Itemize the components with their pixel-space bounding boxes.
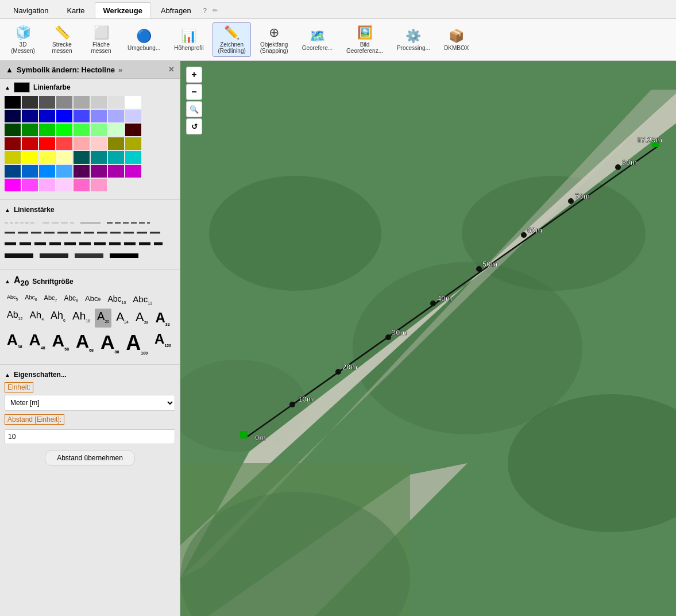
- zoom-in-button[interactable]: +: [186, 67, 202, 83]
- tab-werkzeuge[interactable]: Werkzeuge: [95, 2, 151, 18]
- line-thickness-header[interactable]: ▲ Linienstärke: [5, 206, 175, 214]
- font-size-header[interactable]: ▲ A20 Schriftgröße: [5, 275, 175, 287]
- line-color-header[interactable]: ▲ Linienfarbe: [5, 82, 175, 93]
- objektfang-button[interactable]: ⊕Objektfang(Snapping): [256, 23, 293, 56]
- line-sample-thick3[interactable]: [40, 251, 71, 261]
- color-cell[interactable]: [22, 151, 38, 164]
- distance-input[interactable]: [5, 429, 175, 444]
- color-cell[interactable]: [74, 179, 90, 191]
- line-sample-thick-dash2[interactable]: [5, 239, 165, 248]
- color-cell[interactable]: [5, 151, 21, 164]
- color-cell[interactable]: [91, 165, 107, 178]
- zeichnen-button[interactable]: ✏️Zeichnen(Redlining): [213, 22, 250, 57]
- umgebung-button[interactable]: 🔵Umgebung...: [123, 26, 165, 53]
- font-size-item[interactable]: Ah6: [48, 309, 68, 328]
- color-cell[interactable]: [56, 179, 72, 191]
- line-sample-medium-solid[interactable]: [80, 220, 103, 226]
- color-cell[interactable]: [5, 110, 21, 122]
- line-sample-thick-solid2[interactable]: [5, 251, 36, 261]
- line-sample-thick-solid[interactable]: [5, 229, 165, 237]
- color-cell[interactable]: [125, 151, 141, 164]
- font-size-item[interactable]: A120: [152, 330, 173, 356]
- tab-abfragen[interactable]: Abfragen: [152, 2, 200, 18]
- line-sample-thick5[interactable]: [110, 251, 141, 261]
- color-cell[interactable]: [91, 110, 107, 122]
- unit-select[interactable]: Meter [m]Kilometer [km]Fuß [ft]Yard [yd]: [5, 395, 175, 411]
- color-cell[interactable]: [91, 137, 107, 150]
- color-cell[interactable]: [39, 137, 55, 150]
- color-cell[interactable]: [5, 179, 21, 191]
- font-size-item[interactable]: A38: [5, 330, 25, 356]
- properties-header[interactable]: ▲ Eigenschaften...: [5, 371, 175, 379]
- color-cell[interactable]: [22, 96, 38, 109]
- 3d-messen-button[interactable]: 🧊3D(Messen): [6, 23, 40, 56]
- color-cell[interactable]: [108, 124, 124, 136]
- line-sample-thin-dash2[interactable]: [43, 220, 77, 226]
- color-cell[interactable]: [56, 165, 72, 178]
- color-cell[interactable]: [125, 110, 141, 122]
- color-cell[interactable]: [22, 124, 38, 136]
- color-cell[interactable]: [39, 124, 55, 136]
- font-size-item[interactable]: Ah4: [27, 309, 46, 328]
- color-cell[interactable]: [108, 96, 124, 109]
- font-size-item[interactable]: A20: [95, 309, 111, 328]
- tab-help-icon[interactable]: ?: [203, 7, 207, 14]
- font-size-item[interactable]: A32: [153, 309, 172, 328]
- search-map-button[interactable]: 🔍: [186, 101, 202, 117]
- georeferenz-button[interactable]: 🗺️Georefere...: [298, 26, 337, 53]
- color-cell[interactable]: [74, 165, 90, 178]
- line-sample-thick-dash[interactable]: [107, 220, 153, 226]
- font-size-item[interactable]: Abc5: [5, 293, 20, 306]
- font-size-item[interactable]: A68: [74, 330, 96, 356]
- panel-close-icon[interactable]: ×: [169, 64, 174, 75]
- font-size-item[interactable]: A28: [133, 309, 150, 328]
- tab-edit-icon[interactable]: ✏: [213, 7, 218, 14]
- color-cell[interactable]: [74, 110, 90, 122]
- font-size-item[interactable]: Abc7: [42, 293, 60, 306]
- color-cell[interactable]: [108, 137, 124, 150]
- color-cell[interactable]: [56, 137, 72, 150]
- color-cell[interactable]: [91, 151, 107, 164]
- color-cell[interactable]: [108, 151, 124, 164]
- color-cell[interactable]: [91, 96, 107, 109]
- font-size-item[interactable]: A48: [27, 330, 48, 356]
- color-cell[interactable]: [39, 165, 55, 178]
- color-cell[interactable]: [39, 110, 55, 122]
- color-cell[interactable]: [108, 110, 124, 122]
- font-size-item[interactable]: Abc8: [61, 293, 80, 306]
- dkmbox-button[interactable]: 📦DKMBOX: [439, 26, 474, 53]
- font-size-item[interactable]: A24: [114, 309, 131, 328]
- color-cell[interactable]: [39, 96, 55, 109]
- font-size-item[interactable]: Ah18: [70, 309, 92, 328]
- color-cell[interactable]: [56, 124, 72, 136]
- color-cell[interactable]: [74, 96, 90, 109]
- color-cell[interactable]: [22, 110, 38, 122]
- font-size-item[interactable]: A58: [50, 330, 71, 356]
- color-cell[interactable]: [74, 124, 90, 136]
- bild-georef-button[interactable]: 🖼️BildGeoreferenz...: [342, 23, 388, 56]
- color-cell[interactable]: [56, 96, 72, 109]
- font-size-item[interactable]: A80: [98, 330, 121, 356]
- color-cell[interactable]: [125, 165, 141, 178]
- font-size-item[interactable]: Abc6: [22, 293, 39, 306]
- tab-karte[interactable]: Karte: [58, 2, 93, 18]
- strecke-messen-button[interactable]: 📏Streckemessen: [45, 23, 79, 56]
- apply-button[interactable]: Abstand übernehmen: [45, 450, 135, 466]
- color-cell[interactable]: [39, 151, 55, 164]
- panel-expand-icon[interactable]: »: [118, 66, 122, 74]
- hohenprofil-button[interactable]: 📊Höhenprofil: [169, 26, 208, 53]
- color-cell[interactable]: [56, 151, 72, 164]
- font-size-item[interactable]: Abc₉: [83, 293, 103, 306]
- color-cell[interactable]: [108, 165, 124, 178]
- line-sample-thick4[interactable]: [75, 251, 106, 261]
- flache-messen-button[interactable]: ⬜Flächemessen: [84, 23, 118, 56]
- color-cell[interactable]: [5, 96, 21, 109]
- color-cell[interactable]: [125, 96, 141, 109]
- color-cell[interactable]: [125, 137, 141, 150]
- color-cell[interactable]: [74, 137, 90, 150]
- color-cell[interactable]: [91, 179, 107, 191]
- color-cell[interactable]: [22, 179, 38, 191]
- color-cell[interactable]: [125, 124, 141, 136]
- color-cell[interactable]: [56, 110, 72, 122]
- color-cell[interactable]: [74, 151, 90, 164]
